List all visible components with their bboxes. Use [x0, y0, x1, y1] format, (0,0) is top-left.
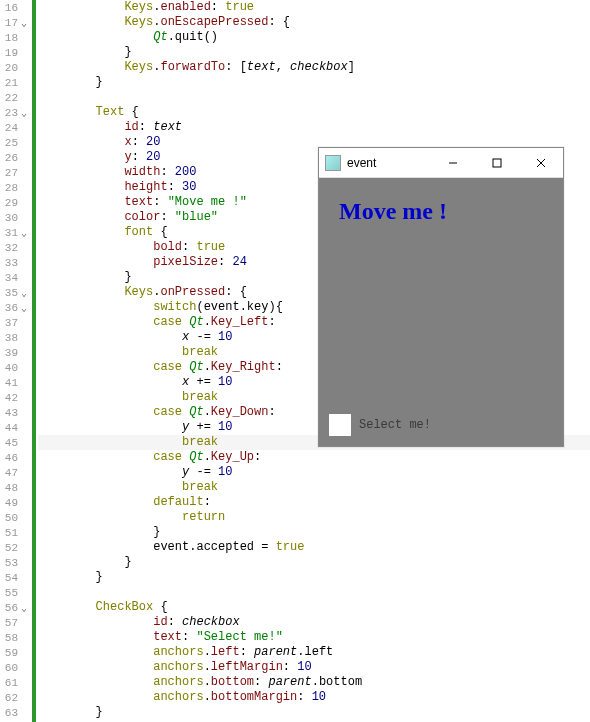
gutter-line[interactable]: 43	[0, 405, 32, 420]
line-number-gutter[interactable]: 1617⌄181920212223⌄2425262728293031⌄32333…	[0, 0, 36, 722]
gutter-line[interactable]: 17⌄	[0, 15, 32, 30]
code-line[interactable]	[38, 90, 590, 105]
code-line[interactable]: Qt.quit()	[38, 30, 590, 45]
gutter-line[interactable]: 27	[0, 165, 32, 180]
code-line[interactable]: id: text	[38, 120, 590, 135]
gutter-line[interactable]: 46	[0, 450, 32, 465]
code-line[interactable]: Keys.enabled: true	[38, 0, 590, 15]
gutter-line[interactable]: 44	[0, 420, 32, 435]
fold-icon[interactable]: ⌄	[18, 17, 30, 29]
gutter-line[interactable]: 48	[0, 480, 32, 495]
gutter-line[interactable]: 31⌄	[0, 225, 32, 240]
code-line[interactable]: Keys.onEscapePressed: {	[38, 15, 590, 30]
gutter-line[interactable]: 59	[0, 645, 32, 660]
fold-icon[interactable]: ⌄	[18, 287, 30, 299]
code-line[interactable]: }	[38, 525, 590, 540]
code-line[interactable]: anchors.left: parent.left	[38, 645, 590, 660]
gutter-line[interactable]: 62	[0, 690, 32, 705]
gutter-line[interactable]: 18	[0, 30, 32, 45]
gutter-line[interactable]: 49	[0, 495, 32, 510]
checkbox-row: Select me!	[329, 414, 431, 436]
fold-icon[interactable]: ⌄	[18, 302, 30, 314]
code-line[interactable]: }	[38, 555, 590, 570]
gutter-line[interactable]: 33	[0, 255, 32, 270]
gutter-line[interactable]: 50	[0, 510, 32, 525]
code-line[interactable]: event.accepted = true	[38, 540, 590, 555]
gutter-line[interactable]: 19	[0, 45, 32, 60]
checkbox-label[interactable]: Select me!	[359, 418, 431, 432]
code-line[interactable]: anchors.bottomMargin: 10	[38, 690, 590, 705]
gutter-line[interactable]: 51	[0, 525, 32, 540]
code-line[interactable]: anchors.bottom: parent.bottom	[38, 675, 590, 690]
gutter-line[interactable]: 35⌄	[0, 285, 32, 300]
gutter-line[interactable]: 16	[0, 0, 32, 15]
gutter-line[interactable]: 39	[0, 345, 32, 360]
gutter-line[interactable]: 60	[0, 660, 32, 675]
fold-icon[interactable]: ⌄	[18, 602, 30, 614]
code-line[interactable]: Text {	[38, 105, 590, 120]
checkbox-box[interactable]	[329, 414, 351, 436]
fold-icon[interactable]: ⌄	[18, 107, 30, 119]
move-me-text: Move me !	[339, 198, 539, 225]
gutter-line[interactable]: 21	[0, 75, 32, 90]
gutter-line[interactable]: 30	[0, 210, 32, 225]
gutter-line[interactable]: 56⌄	[0, 600, 32, 615]
gutter-line[interactable]: 52	[0, 540, 32, 555]
gutter-line[interactable]: 28	[0, 180, 32, 195]
code-line[interactable]: Keys.forwardTo: [text, checkbox]	[38, 60, 590, 75]
code-line[interactable]: }	[38, 45, 590, 60]
window-title: event	[347, 156, 431, 170]
gutter-line[interactable]: 58	[0, 630, 32, 645]
gutter-line[interactable]: 34	[0, 270, 32, 285]
gutter-line[interactable]: 61	[0, 675, 32, 690]
gutter-line[interactable]: 24	[0, 120, 32, 135]
code-line[interactable]: text: "Select me!"	[38, 630, 590, 645]
gutter-line[interactable]: 41	[0, 375, 32, 390]
code-line[interactable]: id: checkbox	[38, 615, 590, 630]
gutter-line[interactable]: 29	[0, 195, 32, 210]
gutter-line[interactable]: 25	[0, 135, 32, 150]
code-line[interactable]	[38, 585, 590, 600]
code-line[interactable]: y -= 10	[38, 465, 590, 480]
code-line[interactable]: break	[38, 480, 590, 495]
code-line[interactable]: case Qt.Key_Up:	[38, 450, 590, 465]
gutter-line[interactable]: 53	[0, 555, 32, 570]
close-button[interactable]	[519, 148, 563, 178]
gutter-line[interactable]: 54	[0, 570, 32, 585]
code-line[interactable]: return	[38, 510, 590, 525]
gutter-line[interactable]: 37	[0, 315, 32, 330]
fold-icon[interactable]: ⌄	[18, 227, 30, 239]
gutter-line[interactable]: 20	[0, 60, 32, 75]
gutter-line[interactable]: 57	[0, 615, 32, 630]
gutter-line[interactable]: 42	[0, 390, 32, 405]
gutter-line[interactable]: 38	[0, 330, 32, 345]
svg-rect-1	[493, 159, 501, 167]
maximize-button[interactable]	[475, 148, 519, 178]
code-line[interactable]: anchors.leftMargin: 10	[38, 660, 590, 675]
gutter-line[interactable]: 26	[0, 150, 32, 165]
gutter-line[interactable]: 55	[0, 585, 32, 600]
gutter-line[interactable]: 45	[0, 435, 32, 450]
titlebar[interactable]: event	[319, 148, 563, 178]
app-client-area: Move me ! Select me!	[319, 178, 563, 446]
gutter-line[interactable]: 47	[0, 465, 32, 480]
gutter-line[interactable]: 23⌄	[0, 105, 32, 120]
code-line[interactable]: CheckBox {	[38, 600, 590, 615]
code-line[interactable]: default:	[38, 495, 590, 510]
gutter-line[interactable]: 36⌄	[0, 300, 32, 315]
minimize-button[interactable]	[431, 148, 475, 178]
app-icon	[325, 155, 341, 171]
gutter-line[interactable]: 63	[0, 705, 32, 720]
code-line[interactable]: }	[38, 75, 590, 90]
gutter-line[interactable]: 22	[0, 90, 32, 105]
gutter-line[interactable]: 40	[0, 360, 32, 375]
code-line[interactable]: }	[38, 570, 590, 585]
gutter-line[interactable]: 32	[0, 240, 32, 255]
qt-app-window: event Move me ! Select me!	[318, 147, 564, 447]
code-line[interactable]: }	[38, 705, 590, 720]
